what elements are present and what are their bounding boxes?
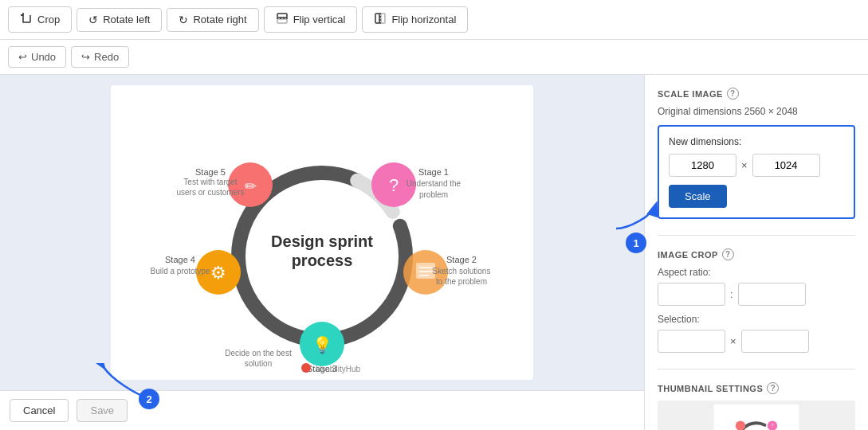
redo-icon: ↪: [81, 51, 90, 63]
undo-icon: ↩: [18, 51, 27, 63]
selection-width-input[interactable]: [658, 330, 725, 353]
scale-box: New dimensions: × Scale: [658, 125, 855, 219]
canvas-image: Design sprint process ? Stage 1 Understa…: [111, 85, 533, 380]
aspect-width-input[interactable]: [658, 283, 725, 306]
width-input[interactable]: [669, 154, 736, 177]
svg-text:Stage 5: Stage 5: [195, 167, 226, 177]
svg-text:process: process: [292, 252, 353, 269]
scale-help-icon[interactable]: ?: [727, 88, 739, 100]
annotation-bubble-2: 2: [139, 389, 159, 409]
crop-help-icon[interactable]: ?: [722, 248, 734, 260]
svg-text:Build a prototype: Build a prototype: [150, 267, 210, 276]
dims-inputs: ×: [669, 154, 844, 177]
main-area: Design sprint process ? Stage 1 Understa…: [0, 75, 868, 430]
svg-text:✏: ✏: [245, 178, 257, 194]
undo-redo-row: ↩ Undo ↪ Redo: [0, 40, 868, 75]
selection-separator: ×: [730, 335, 736, 347]
svg-rect-4: [375, 14, 379, 23]
redo-button[interactable]: ↪ Redo: [71, 46, 129, 68]
svg-text:Test with target: Test with target: [183, 178, 237, 186]
redo-label: Redo: [94, 51, 119, 63]
flip-horizontal-icon: [374, 12, 387, 27]
svg-text:Stage 1: Stage 1: [418, 167, 449, 177]
divider-1: [658, 235, 855, 236]
rotate-right-icon: ↻: [179, 14, 188, 26]
right-panel: SCALE IMAGE ? Original dimensions 2560 ×…: [645, 75, 868, 430]
thumbnail-help-icon[interactable]: ?: [767, 382, 779, 394]
annotation-1-arrow: [612, 201, 660, 233]
selection-height-input[interactable]: [741, 330, 809, 353]
rotate-left-icon: ↺: [88, 14, 98, 26]
canvas-wrap: Design sprint process ? Stage 1 Understa…: [0, 75, 645, 430]
toolbar: Crop ↺ Rotate left ↻ Rotate right Flip v…: [0, 0, 868, 40]
undo-button[interactable]: ↩ Undo: [8, 46, 66, 68]
scale-section-title: SCALE IMAGE ?: [658, 88, 855, 100]
thumbnail-section-title: THUMBNAIL SETTINGS ?: [658, 382, 855, 394]
cancel-button[interactable]: Cancel: [10, 399, 69, 422]
rotate-right-button[interactable]: ↻ Rotate right: [167, 8, 258, 32]
svg-text:UsabilityHub: UsabilityHub: [316, 365, 361, 373]
svg-rect-41: [714, 405, 799, 430]
svg-text:to the problem: to the problem: [436, 277, 487, 286]
svg-text:solution: solution: [245, 359, 272, 368]
crop-button[interactable]: Crop: [8, 6, 72, 33]
aspect-ratio-label: Aspect ratio:: [658, 267, 855, 278]
aspect-separator: :: [730, 288, 733, 300]
svg-text:problem: problem: [419, 190, 448, 199]
rotate-left-button[interactable]: ↺ Rotate left: [77, 8, 162, 32]
crop-icon: [20, 12, 33, 27]
crop-section-title: IMAGE CROP ?: [658, 248, 855, 260]
svg-text:⚙: ⚙: [210, 263, 226, 283]
canvas-inner: Design sprint process ? Stage 1 Understa…: [0, 75, 644, 390]
rotate-left-label: Rotate left: [103, 14, 150, 25]
selection-inputs: ×: [658, 330, 855, 353]
bottom-bar: Cancel Save 2: [0, 390, 644, 430]
svg-text:Stage 4: Stage 4: [165, 255, 195, 264]
svg-text:Stage 2: Stage 2: [446, 255, 477, 264]
svg-text:Understand the: Understand the: [407, 179, 461, 188]
crop-label: Crop: [37, 14, 60, 25]
aspect-ratio-inputs: :: [658, 283, 855, 306]
divider-2: [658, 369, 855, 369]
thumbnail-section: THUMBNAIL SETTINGS ? ? Design sprint pro…: [658, 382, 855, 430]
annotation-bubble-1: 1: [626, 233, 646, 253]
dims-separator: ×: [741, 159, 748, 171]
svg-point-39: [301, 363, 311, 373]
scale-section: SCALE IMAGE ? Original dimensions 2560 ×…: [658, 88, 855, 219]
height-input[interactable]: [752, 154, 820, 177]
svg-text:?: ?: [772, 424, 774, 428]
svg-text:Decide on the best: Decide on the best: [225, 349, 292, 358]
svg-text:💡: 💡: [312, 335, 332, 354]
new-dims-label: New dimensions:: [669, 136, 844, 147]
flip-horizontal-label: Flip horizontal: [391, 14, 456, 25]
svg-text:Design sprint: Design sprint: [271, 233, 373, 250]
flip-horizontal-button[interactable]: Flip horizontal: [362, 6, 468, 33]
aspect-height-input[interactable]: [738, 283, 806, 306]
svg-text:users or customers: users or customers: [176, 188, 244, 197]
flip-vertical-button[interactable]: Flip vertical: [264, 6, 358, 33]
annotation-2-container: 2: [96, 363, 159, 405]
thumbnail-svg: ? Design sprint process: [701, 405, 812, 430]
svg-text:?: ?: [389, 175, 399, 195]
flip-vertical-icon: [276, 12, 289, 27]
scale-button[interactable]: Scale: [669, 185, 727, 208]
crop-section: IMAGE CROP ? Aspect ratio: : Selection: …: [658, 248, 855, 353]
undo-label: Undo: [31, 51, 56, 63]
svg-rect-2: [277, 19, 287, 23]
svg-rect-5: [381, 14, 385, 23]
svg-rect-1: [277, 14, 287, 18]
flip-vertical-label: Flip vertical: [293, 14, 346, 25]
thumbnail-preview: ? Design sprint process: [658, 401, 855, 430]
annotation-1-container: 1: [612, 201, 660, 253]
svg-text:Sketch solutions: Sketch solutions: [433, 267, 491, 276]
original-dims: Original dimensions 2560 × 2048: [658, 106, 855, 117]
rotate-right-label: Rotate right: [193, 14, 246, 25]
selection-label: Selection:: [658, 314, 855, 325]
